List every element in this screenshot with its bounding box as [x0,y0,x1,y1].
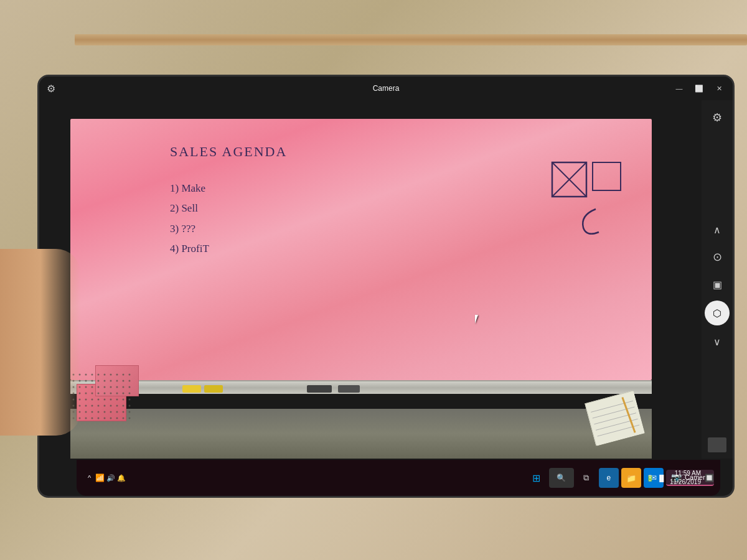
search-button[interactable]: 🔍 [549,468,574,488]
clock-date: 11/26/2019 [670,478,701,487]
hand [0,249,81,436]
capture-video-button[interactable]: ▣ [706,273,728,296]
marker-yellow [182,385,201,393]
list-item: 4) ProfiT [170,239,639,259]
camera-viewport: Sales Agenda 1) Make 2) Sell 3) ??? 4) P… [39,100,702,459]
board-tray [70,380,652,394]
file-explorer-button[interactable]: 📁 [621,468,641,488]
chevron-down-button[interactable]: ∨ [706,330,728,353]
taskbar-apps: ^ 📶 🔊 🔔 [85,473,126,483]
signal-bars: ▐▌ [657,475,666,482]
battery-icon: 🔋 [646,475,654,482]
marker-dark [307,385,332,393]
device-frame: ⚙ Camera — ⬜ ✕ Sales Agenda 1) Make 2) S… [37,75,735,498]
system-tray: 🔋 ▐▌ 11:59 AM 11/26/2019 🔲 [646,469,714,487]
task-view-button[interactable]: ⧉ [576,468,596,488]
close-button[interactable]: ✕ [710,81,728,96]
sidebar-settings-icon[interactable]: ⚙ [706,106,728,129]
whiteboard-mode-button[interactable]: ⬡ [705,301,730,325]
window-controls: — ⬜ ✕ [670,81,728,96]
app-title: Camera [373,84,400,93]
capture-photo-button[interactable]: ⊙ [706,246,728,268]
notification-tray-icon[interactable]: 🔔 [117,474,126,482]
network-tray-icon[interactable]: 📶 [95,474,105,482]
edge-browser-button[interactable]: e [599,468,619,488]
last-capture-thumbnail[interactable] [708,437,726,452]
chevron-up-button[interactable]: ∧ [706,218,728,241]
svg-rect-3 [593,162,621,190]
start-button[interactable]: ⊞ [527,468,547,488]
clock-time: 11:59 AM [675,469,701,478]
whiteboard-drawings [546,156,627,237]
floor-area [70,409,652,459]
minimize-button[interactable]: — [670,81,688,96]
settings-icon[interactable]: ⚙ [47,83,55,95]
marker-dark2 [338,385,360,393]
right-sidebar: ⚙ ∧ ⊙ ▣ ⬡ ∨ [702,100,733,459]
taskbar: ^ 📶 🔊 🔔 ⊞ 🔍 ⧉ e 📁 ✉ 📷 Camera 🔋 [77,460,720,496]
volume-tray-icon[interactable]: 🔊 [106,474,115,482]
clock-area[interactable]: 11:59 AM 11/26/2019 [670,469,701,487]
tray-chevron[interactable]: ^ [85,473,93,483]
notification-center-icon[interactable]: 🔲 [705,474,714,482]
whiteboard: Sales Agenda 1) Make 2) Sell 3) ??? 4) P… [70,119,652,380]
title-bar: ⚙ Camera — ⬜ ✕ [39,77,733,100]
marker-yellow2 [204,385,223,393]
drawing-svg [546,156,627,237]
maximize-button[interactable]: ⬜ [690,81,708,96]
wood-trim [75,34,747,45]
